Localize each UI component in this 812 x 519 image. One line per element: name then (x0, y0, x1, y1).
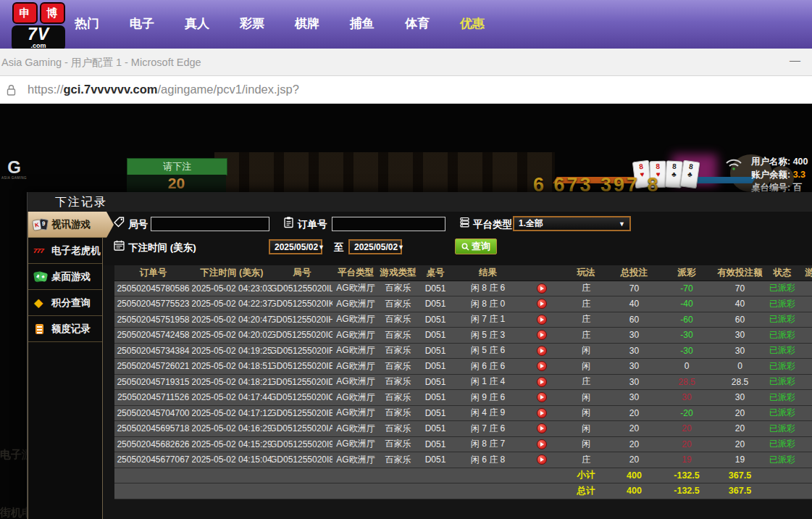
platform-select[interactable]: 1.全部 ▼ (513, 216, 631, 231)
replay-button[interactable] (537, 346, 547, 356)
cell-extra (800, 296, 812, 312)
column-header-table_no: 桌号 (417, 265, 453, 281)
cell-replay (522, 390, 561, 405)
cell-status: 已派彩 (764, 328, 800, 343)
replay-button[interactable] (537, 361, 547, 371)
replay-button[interactable] (537, 377, 547, 387)
cell-game: 百家乐 (379, 406, 417, 421)
replay-button[interactable] (537, 315, 547, 325)
cell-round: GD051255020IH (272, 312, 332, 328)
total-cell-game (379, 483, 417, 499)
cell-valid: 20 (716, 437, 764, 452)
logo-badge-2: 博 (40, 2, 65, 24)
cell-status: 已派彩 (764, 359, 800, 374)
url-text[interactable]: https://gci.7vvvvvv.com/agingame/pcv1/in… (28, 83, 299, 96)
sidebar-item-table-games[interactable]: 桌面游戏 (28, 264, 102, 290)
site-logo[interactable]: 申 博 7V .com (12, 2, 65, 51)
cell-status: 已派彩 (764, 281, 800, 296)
cell-game: 百家乐 (379, 375, 417, 390)
order-input[interactable] (332, 217, 445, 231)
sidebar-item-slot-777[interactable]: 电子老虎机 (28, 238, 102, 264)
total-cell-replay (522, 483, 561, 499)
cell-play: 庄 (561, 312, 611, 328)
status-value: 已派彩 (769, 360, 795, 373)
session-info-value: 3.3 (793, 170, 805, 180)
logo-box: 7V .com (12, 25, 65, 51)
total-cell-time (192, 483, 272, 499)
nav-item-2[interactable]: 电子 (130, 15, 154, 32)
cell-extra (800, 390, 812, 405)
lock-icon (6, 84, 17, 99)
column-header-round: 局号 (272, 265, 332, 281)
cell-platform: AG欧洲厅 (332, 406, 379, 421)
nav-item-3[interactable]: 真人 (185, 15, 209, 32)
replay-button[interactable] (537, 299, 547, 309)
cell-time: 2025-05-02 04:20:02 (192, 328, 272, 343)
url-prefix: https:// (28, 83, 64, 96)
total-bet: 400 (627, 470, 642, 481)
column-header-order: 订单号 (114, 265, 192, 281)
search-icon (461, 243, 469, 251)
cell-play: 闲 (561, 421, 611, 436)
replay-button[interactable] (537, 408, 547, 418)
nav-item-6[interactable]: 捕鱼 (350, 15, 374, 32)
total-cell-payout: -132.5 (658, 483, 716, 499)
nav-item-4[interactable]: 彩票 (240, 15, 264, 32)
cell-round: GD051255020IF (272, 344, 332, 359)
round-label: 局号 (128, 218, 148, 231)
nav-item-7[interactable]: 体育 (405, 15, 430, 32)
cell-time: 2025-05-02 04:15:04 (192, 452, 272, 468)
payout-value: 20 (682, 423, 691, 433)
column-header-result: 结果 (453, 265, 522, 281)
replay-button[interactable] (537, 439, 547, 449)
address-bar[interactable]: https://gci.7vvvvvv.com/agingame/pcv1/in… (0, 76, 812, 104)
clipboard-icon (282, 216, 295, 231)
replay-button[interactable] (537, 283, 547, 294)
cell-round: GD051255020IC (272, 390, 332, 405)
cell-platform: AG欧洲厅 (332, 312, 379, 328)
cell-game: 百家乐 (379, 296, 417, 312)
cell-round: GD051255020IB (272, 406, 332, 421)
search-button[interactable]: 查询 (455, 238, 497, 254)
table-row: 2505020457115262025-05-02 04:17:44GD0512… (114, 390, 812, 406)
cell-bet: 60 (611, 312, 658, 328)
cell-replay (522, 328, 561, 343)
minimize-button[interactable]: — (790, 54, 800, 66)
sidebar-item-credit-doc[interactable]: 额度记录 (28, 316, 102, 342)
bet-records-panel: 下注记录 视讯游戏电子老虎机桌面游戏积分查询额度记录 局号 订单号 平台类型 (27, 192, 812, 519)
nav-item-8[interactable]: 优惠 (460, 15, 485, 32)
grandtotal-row: 总计400-132.5367.5 (114, 483, 812, 499)
total-valid: 367.5 (729, 470, 751, 481)
total-cell-result (453, 483, 522, 499)
cell-result: 闲 5 庄 3 (453, 328, 522, 343)
replay-button[interactable] (537, 392, 547, 402)
video-cards-icon (33, 219, 47, 231)
replay-button[interactable] (537, 330, 547, 340)
cell-time: 2025-05-02 04:22:37 (192, 296, 272, 312)
chevron-down-icon: ▼ (318, 244, 325, 251)
replay-button[interactable] (537, 454, 547, 465)
countdown-timer: 20 (127, 175, 226, 192)
date-from-select[interactable]: 2025/05/02 ▼ (269, 239, 322, 254)
chevron-down-icon: ▼ (619, 220, 625, 228)
cell-bet: 30 (611, 328, 658, 343)
nav-item-1[interactable]: 热门 (75, 15, 99, 32)
date-to-select[interactable]: 2025/05/02 ▼ (348, 239, 402, 254)
cell-round: GD051255020I9 (272, 437, 332, 452)
replay-button[interactable] (537, 423, 547, 433)
cell-order: 250502045751958 (114, 312, 192, 328)
round-input[interactable] (151, 217, 269, 231)
sidebar-item-label: 桌面游戏 (51, 270, 91, 283)
cell-game: 百家乐 (379, 421, 417, 436)
total-label: 总计 (577, 485, 595, 497)
nav-item-5[interactable]: 棋牌 (295, 15, 319, 32)
tag-icon (113, 216, 125, 231)
total-cell-time (192, 468, 272, 483)
sidebar-item-video-cards[interactable]: 视讯游戏 (28, 212, 114, 238)
cell-round: GD051255020ID (272, 375, 332, 390)
cell-payout: 19 (658, 452, 716, 468)
table-row: 2505020456957182025-05-02 04:16:29GD0512… (114, 421, 812, 437)
sidebar-item-points-gem[interactable]: 积分查询 (28, 290, 102, 316)
cell-replay (522, 421, 561, 436)
table-row: 2505020457047002025-05-02 04:17:12GD0512… (114, 406, 812, 422)
